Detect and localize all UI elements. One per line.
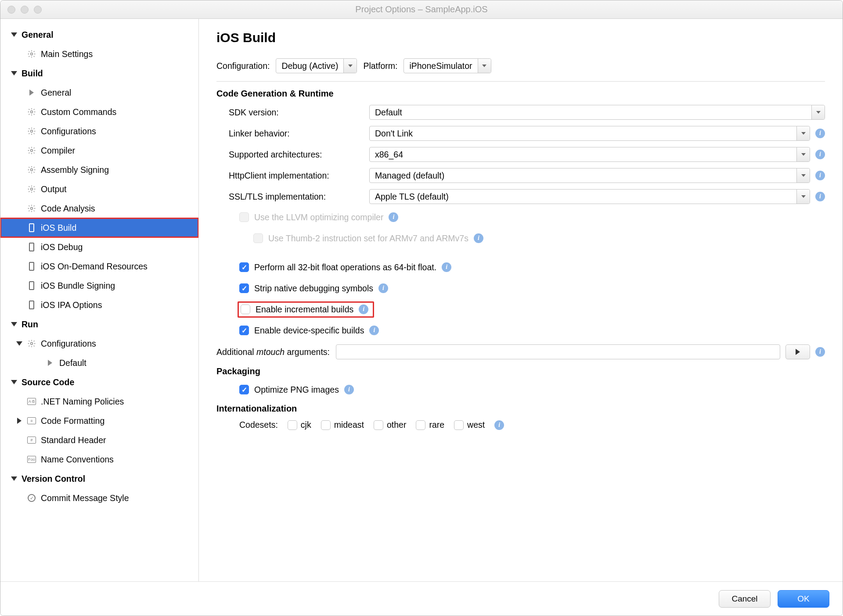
gear-icon bbox=[27, 339, 36, 348]
info-icon[interactable]: i bbox=[815, 347, 825, 357]
west-checkbox[interactable] bbox=[454, 420, 464, 430]
foo-box-icon: Foo bbox=[27, 455, 36, 464]
platform-label: Platform: bbox=[363, 61, 397, 71]
svg-point-1 bbox=[31, 111, 33, 113]
gear-icon bbox=[27, 184, 36, 194]
ok-button[interactable]: OK bbox=[778, 590, 829, 608]
arch-dropdown[interactable]: x86_64 bbox=[369, 147, 810, 162]
sidebar-item-main-settings[interactable]: Main Settings bbox=[0, 44, 198, 64]
info-icon[interactable]: i bbox=[474, 233, 483, 243]
info-icon[interactable]: i bbox=[815, 150, 825, 159]
sidebar-item-ios-bundle-signing[interactable]: iOS Bundle Signing bbox=[0, 276, 198, 295]
minimize-window-icon[interactable] bbox=[21, 6, 29, 14]
optimize-png-checkbox-row[interactable]: Optimize PNG images i bbox=[216, 383, 825, 397]
strip-checkbox[interactable] bbox=[239, 283, 249, 293]
sidebar-item-ios-debug[interactable]: iOS Debug bbox=[0, 237, 198, 257]
info-icon[interactable]: i bbox=[369, 326, 379, 335]
cancel-button[interactable]: Cancel bbox=[719, 590, 771, 608]
info-icon[interactable]: i bbox=[344, 385, 354, 394]
sidebar-section-source-code[interactable]: Source Code bbox=[0, 372, 198, 392]
chevron-down-icon[interactable] bbox=[11, 70, 17, 76]
sidebar-item-custom-commands[interactable]: Custom Commands bbox=[0, 102, 198, 122]
sidebar-item-output[interactable]: Output bbox=[0, 179, 198, 199]
sidebar-item-ios-ipa-options[interactable]: iOS IPA Options bbox=[0, 295, 198, 315]
chevron-down-icon[interactable] bbox=[11, 32, 17, 38]
sidebar-section-version-control[interactable]: Version Control bbox=[0, 469, 198, 488]
play-icon bbox=[27, 88, 36, 97]
sidebar-item-build-general[interactable]: General bbox=[0, 83, 198, 102]
sidebar-item-naming-policies[interactable]: A·B .NET Naming Policies bbox=[0, 392, 198, 411]
llvm-checkbox bbox=[239, 212, 249, 222]
httpclient-dropdown[interactable]: Managed (default) bbox=[369, 168, 810, 183]
mtouch-arguments-input[interactable] bbox=[336, 344, 780, 359]
info-icon[interactable]: i bbox=[494, 420, 504, 430]
device-specific-checkbox[interactable] bbox=[239, 326, 249, 335]
incremental-checkbox-row[interactable]: Enable incremental builds i bbox=[216, 302, 825, 316]
sidebar-item-standard-header[interactable]: # Standard Header bbox=[0, 430, 198, 450]
gear-icon bbox=[27, 49, 36, 59]
config-platform-row: Configuration: Debug (Active) Platform: … bbox=[216, 58, 825, 82]
float32-checkbox-row[interactable]: Perform all 32-bit float operations as 6… bbox=[216, 260, 825, 274]
codeset-other[interactable]: other bbox=[374, 420, 406, 430]
info-icon[interactable]: i bbox=[815, 129, 825, 138]
chevron-right-icon[interactable] bbox=[16, 418, 22, 424]
mideast-checkbox[interactable] bbox=[321, 420, 331, 430]
sidebar-item-compiler[interactable]: Compiler bbox=[0, 141, 198, 160]
sdk-version-dropdown[interactable]: Default bbox=[369, 105, 825, 120]
sidebar-item-run-default[interactable]: Default bbox=[0, 353, 198, 372]
svg-point-6 bbox=[31, 208, 33, 210]
format-box-icon: ≡ bbox=[27, 416, 36, 426]
optimize-png-checkbox[interactable] bbox=[239, 385, 249, 394]
codeset-west[interactable]: west bbox=[454, 420, 485, 430]
device-icon bbox=[27, 281, 36, 290]
sidebar-section-run[interactable]: Run bbox=[0, 315, 198, 334]
linker-dropdown[interactable]: Don't Link bbox=[369, 126, 810, 141]
httpclient-label: HttpClient implementation: bbox=[229, 171, 369, 181]
info-icon[interactable]: i bbox=[389, 212, 398, 222]
chevron-down-icon[interactable] bbox=[16, 340, 22, 347]
close-window-icon[interactable] bbox=[7, 6, 15, 14]
sidebar-section-build[interactable]: Build bbox=[0, 64, 198, 83]
info-icon[interactable]: i bbox=[815, 171, 825, 180]
chevron-down-icon[interactable] bbox=[11, 476, 17, 482]
sidebar-item-commit-style[interactable]: Commit Message Style bbox=[0, 488, 198, 508]
info-icon[interactable]: i bbox=[359, 304, 368, 314]
mtouch-run-button[interactable] bbox=[785, 344, 810, 359]
hash-box-icon: # bbox=[27, 435, 36, 445]
sidebar-item-assembly-signing[interactable]: Assembly Signing bbox=[0, 160, 198, 179]
configuration-dropdown[interactable]: Debug (Active) bbox=[276, 58, 357, 73]
codeset-rare[interactable]: rare bbox=[416, 420, 444, 430]
float32-checkbox[interactable] bbox=[239, 262, 249, 272]
svg-point-0 bbox=[31, 53, 33, 55]
chevron-down-icon[interactable] bbox=[11, 379, 17, 385]
sidebar-item-code-analysis[interactable]: Code Analysis bbox=[0, 199, 198, 218]
device-specific-checkbox-row[interactable]: Enable device-specific builds i bbox=[216, 323, 825, 337]
sidebar-label: General bbox=[22, 30, 54, 40]
sidebar-item-name-conventions[interactable]: Foo Name Conventions bbox=[0, 450, 198, 469]
sidebar-item-run-configurations[interactable]: Configurations bbox=[0, 334, 198, 353]
ssl-dropdown[interactable]: Apple TLS (default) bbox=[369, 189, 810, 204]
sidebar-item-code-formatting[interactable]: ≡ Code Formatting bbox=[0, 411, 198, 430]
info-icon[interactable]: i bbox=[442, 262, 451, 272]
content-panel: iOS Build Configuration: Debug (Active) … bbox=[199, 19, 843, 581]
sidebar-item-ios-on-demand[interactable]: iOS On-Demand Resources bbox=[0, 257, 198, 276]
codeset-cjk[interactable]: cjk bbox=[288, 420, 311, 430]
device-icon bbox=[27, 223, 36, 233]
other-checkbox[interactable] bbox=[374, 420, 383, 430]
codeset-mideast[interactable]: mideast bbox=[321, 420, 364, 430]
sidebar-section-general[interactable]: General bbox=[0, 25, 198, 44]
strip-checkbox-row[interactable]: Strip native debugging symbols i bbox=[216, 281, 825, 295]
chevron-down-icon bbox=[796, 168, 810, 183]
rare-checkbox[interactable] bbox=[416, 420, 425, 430]
sidebar-item-configurations[interactable]: Configurations bbox=[0, 122, 198, 141]
platform-dropdown[interactable]: iPhoneSimulator bbox=[403, 58, 491, 73]
sidebar-item-ios-build[interactable]: iOS Build bbox=[0, 218, 198, 237]
info-icon[interactable]: i bbox=[378, 283, 388, 293]
chevron-down-icon[interactable] bbox=[11, 321, 17, 327]
codesets-label: Codesets: bbox=[239, 420, 278, 430]
svg-point-4 bbox=[31, 169, 33, 171]
cjk-checkbox[interactable] bbox=[288, 420, 297, 430]
info-icon[interactable]: i bbox=[815, 192, 825, 201]
incremental-checkbox[interactable] bbox=[241, 304, 250, 314]
zoom-window-icon[interactable] bbox=[34, 6, 42, 14]
